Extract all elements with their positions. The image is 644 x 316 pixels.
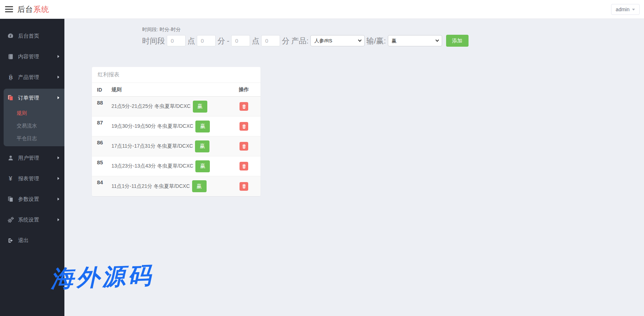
winlose-select[interactable]: 赢: [388, 35, 442, 46]
sidebar-subitem-label: 交易流水: [17, 123, 37, 129]
table-row: 84 11点1分-11点21分 冬虫夏草/DCXC 赢: [92, 176, 260, 196]
chevron-right-icon: [58, 177, 59, 180]
chevron-right-icon: [58, 96, 59, 99]
win-badge: 赢: [195, 160, 210, 172]
sidebar-item-system[interactable]: 系统设置: [0, 211, 64, 229]
sidebar-item-label: 参数设置: [18, 196, 58, 203]
sidebar: 后台首页 内容管理 B 产品管理 订单管理: [0, 19, 64, 316]
sidebar-item-label: 用户管理: [18, 155, 58, 161]
yen-icon: ¥: [7, 176, 14, 182]
main-content: 时间段: 时分-时分 时间段 点 分 - 点 分 产品: 人参/RS: [64, 19, 644, 316]
dashboard-icon: [7, 33, 14, 39]
start-hour-input[interactable]: [167, 35, 186, 46]
app-title-primary: 后台: [17, 5, 33, 13]
rule-filter-form: 时间段: 时分-时分 时间段 点 分 - 点 分 产品: 人参/RS: [142, 26, 469, 47]
product-select[interactable]: 人参/RS: [310, 35, 365, 46]
sidebar-subitem-transactions[interactable]: 交易流水: [4, 119, 64, 132]
chevron-down-icon: [632, 9, 635, 10]
sidebar-item-label: 报表管理: [18, 175, 58, 182]
gears-icon: [7, 216, 14, 223]
table-row: 86 17点11分-17点31分 冬虫夏草/DCXC 赢: [92, 136, 260, 156]
app-window: 后台系统 admin 后台首页 内容管理 B 产品管理: [0, 0, 644, 316]
copy-icon: [7, 94, 14, 101]
logout-icon: [7, 237, 14, 244]
table-row: 87 19点30分-19点50分 冬虫夏草/DCXC 赢: [92, 117, 260, 136]
product-label: 产品:: [291, 36, 309, 46]
add-button[interactable]: 添加: [446, 35, 469, 47]
delete-button[interactable]: [240, 142, 248, 151]
minute-unit-label: 分: [217, 36, 225, 46]
sidebar-item-label: 内容管理: [18, 53, 58, 60]
app-title-accent: 系统: [33, 5, 49, 13]
table-header: ID 规则 操作: [92, 83, 260, 97]
user-dropdown-button[interactable]: admin: [611, 4, 640, 15]
time-range-hint: 时间段: 时分-时分: [142, 26, 469, 33]
column-header-action: 操作: [227, 87, 260, 93]
trash-icon: [242, 144, 246, 149]
top-header: 后台系统 admin: [0, 0, 644, 19]
column-header-id: ID: [97, 87, 111, 93]
svg-text:B: B: [8, 74, 13, 80]
sidebar-item-users[interactable]: 用户管理: [0, 149, 64, 167]
row-rule-text: 13点23分-13点43分 冬虫夏草/DCXC: [111, 163, 193, 169]
sidebar-item-products[interactable]: B 产品管理: [0, 68, 64, 86]
delete-button[interactable]: [240, 162, 248, 170]
end-hour-input[interactable]: [231, 35, 250, 46]
sidebar-item-label: 系统设置: [18, 216, 58, 223]
sidebar-item-label: 退出: [18, 237, 59, 244]
chevron-right-icon: [58, 198, 59, 201]
win-badge: 赢: [192, 180, 207, 192]
sidebar-item-label: 产品管理: [18, 74, 58, 81]
sidebar-item-label: 后台首页: [18, 33, 59, 39]
chevron-right-icon: [58, 156, 59, 159]
chevron-right-icon: [58, 55, 59, 58]
panel-title: 红利报表: [92, 67, 260, 83]
row-rule-text: 21点5分-21点25分 冬虫夏草/DCXC: [111, 103, 191, 110]
column-header-rule: 规则: [111, 87, 227, 93]
row-rule-text: 19点30分-19点50分 冬虫夏草/DCXC: [111, 123, 193, 130]
sidebar-subitem-label: 规则: [17, 110, 27, 117]
delete-button[interactable]: [240, 182, 248, 191]
win-badge: 赢: [195, 140, 209, 152]
end-minute-input[interactable]: [261, 35, 280, 46]
file-copy-icon: [7, 196, 14, 202]
delete-button[interactable]: [240, 102, 248, 111]
chevron-right-icon: [58, 218, 59, 221]
row-id: 87: [97, 117, 111, 126]
app-title: 后台系统: [17, 4, 49, 14]
sidebar-item-label: 订单管理: [18, 94, 58, 101]
delete-button[interactable]: [240, 122, 248, 131]
chevron-right-icon: [58, 76, 59, 79]
user-icon: [7, 155, 14, 161]
table-row: 85 13点23分-13点43分 冬虫夏草/DCXC 赢: [92, 156, 260, 176]
book-icon: [7, 54, 14, 60]
row-id: 85: [97, 156, 111, 165]
start-minute-input[interactable]: [197, 35, 216, 46]
sidebar-item-orders[interactable]: 订单管理: [4, 89, 64, 107]
range-separator: -: [227, 37, 229, 45]
row-id: 88: [97, 97, 111, 106]
row-rule-text: 11点1分-11点21分 冬虫夏草/DCXC: [111, 183, 190, 190]
sidebar-item-content[interactable]: 内容管理: [0, 47, 64, 66]
period-label: 时间段: [142, 36, 165, 46]
user-name: admin: [616, 7, 630, 12]
sidebar-subitem-platform-log[interactable]: 平仓日志: [4, 132, 64, 145]
hour-unit-label: 点: [252, 36, 259, 46]
sidebar-group-orders: 订单管理 规则 交易流水 平仓日志: [4, 89, 64, 146]
sidebar-item-reports[interactable]: ¥ 报表管理: [0, 169, 64, 188]
bonus-report-panel: 红利报表 ID 规则 操作 88 21点5分-21点25分 冬虫夏草/DCXC …: [92, 67, 260, 196]
sidebar-subitem-label: 平仓日志: [17, 135, 37, 142]
sidebar-subitem-rules[interactable]: 规则: [4, 107, 64, 119]
table-row: 88 21点5分-21点25分 冬虫夏草/DCXC 赢: [92, 97, 260, 117]
win-badge: 赢: [195, 121, 210, 132]
trash-icon: [242, 124, 246, 129]
bitcoin-icon: B: [7, 74, 14, 80]
sidebar-item-dashboard[interactable]: 后台首页: [0, 27, 64, 45]
sidebar-item-logout[interactable]: 退出: [0, 231, 64, 249]
hamburger-menu-icon[interactable]: [5, 6, 13, 12]
minute-unit-label: 分: [282, 36, 289, 46]
hour-unit-label: 点: [187, 36, 195, 46]
sidebar-item-parameters[interactable]: 参数设置: [0, 190, 64, 208]
trash-icon: [242, 184, 246, 189]
win-badge: 赢: [193, 101, 207, 113]
